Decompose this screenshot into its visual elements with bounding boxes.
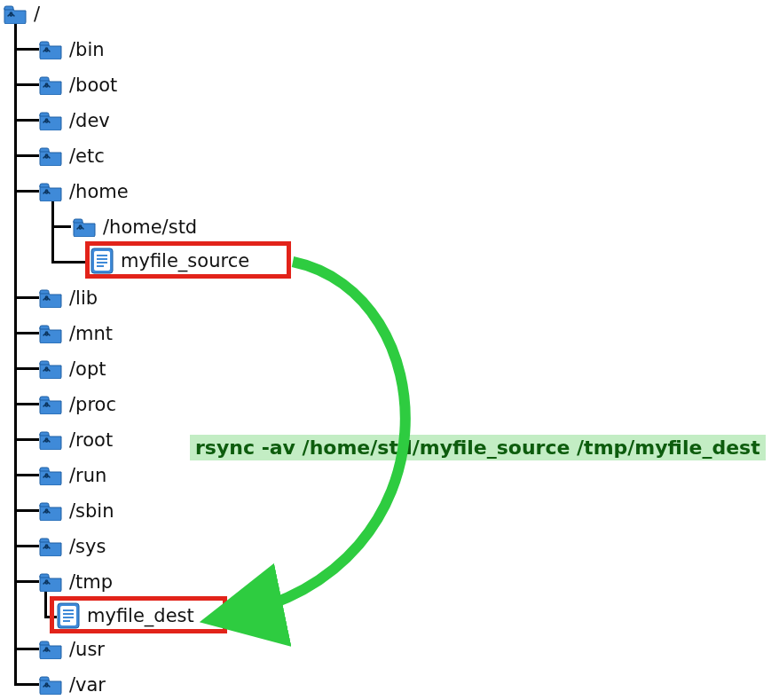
- tree-line: [14, 683, 39, 686]
- tree-node-home: /home: [39, 177, 129, 206]
- node-label: /home/std: [103, 216, 197, 238]
- node-label: /run: [69, 465, 106, 486]
- folder-icon: [39, 146, 62, 166]
- folder-icon: [39, 359, 62, 379]
- folder-icon: [39, 466, 62, 485]
- node-label: /bin: [69, 39, 105, 60]
- tree-line: [14, 580, 39, 583]
- file-icon: [57, 602, 80, 629]
- node-label: /var: [69, 674, 106, 696]
- node-label: /: [34, 4, 40, 25]
- tree-node-usr: /usr: [39, 635, 105, 664]
- folder-icon: [39, 572, 62, 592]
- diagram-canvas: { "tree": { "root": "/", "bin": "/bin", …: [0, 0, 779, 700]
- rsync-command: rsync -av /home/std/myfile_source /tmp/m…: [190, 435, 766, 460]
- folder-icon: [39, 675, 62, 695]
- node-label: /sys: [69, 536, 106, 557]
- tree-line: [14, 403, 39, 405]
- tree-line: [51, 261, 87, 263]
- folder-icon: [39, 430, 62, 450]
- tree-node-etc: /etc: [39, 142, 105, 170]
- tree-line: [14, 545, 39, 547]
- tree-node-myfile-dest: myfile_dest: [57, 602, 194, 630]
- tree-node-run: /run: [39, 461, 106, 490]
- node-label: /tmp: [69, 571, 113, 593]
- node-label: /home: [69, 181, 129, 202]
- tree-line: [14, 296, 39, 299]
- tree-line: [14, 648, 39, 650]
- tree-node-var: /var: [39, 671, 106, 699]
- svg-rect-7: [60, 606, 76, 625]
- folder-icon: [39, 40, 62, 59]
- folder-icon: [39, 537, 62, 556]
- tree-line: [44, 616, 57, 618]
- tree-line: [14, 154, 39, 157]
- folder-icon: [39, 182, 62, 201]
- transfer-arrow: [0, 0, 779, 700]
- folder-icon: [39, 288, 62, 308]
- node-label: /boot: [69, 75, 117, 96]
- folder-icon: [39, 324, 62, 343]
- tree-line: [14, 48, 39, 51]
- node-label: /opt: [69, 358, 106, 380]
- folder-icon: [73, 217, 96, 237]
- node-label: /sbin: [69, 500, 114, 522]
- node-label: /proc: [69, 394, 116, 415]
- node-label: /dev: [69, 110, 110, 131]
- tree-node-root: /: [4, 0, 40, 28]
- folder-icon: [39, 501, 62, 521]
- tree-line: [14, 190, 39, 193]
- tree-node-home-std: /home/std: [73, 213, 197, 241]
- node-label: /etc: [69, 146, 105, 167]
- tree-node-myfile-source: myfile_source: [90, 247, 249, 275]
- tree-line: [14, 83, 39, 86]
- tree-node-root: /root: [39, 426, 113, 454]
- tree-line: [14, 438, 39, 441]
- node-label: /lib: [69, 287, 98, 309]
- tree-node-dev: /dev: [39, 106, 110, 135]
- tree-line: [14, 14, 17, 685]
- tree-line: [14, 332, 39, 334]
- tree-node-lib: /lib: [39, 284, 98, 312]
- folder-icon: [39, 640, 62, 659]
- tree-line: [51, 225, 71, 228]
- node-label: myfile_source: [121, 250, 249, 271]
- tree-line: [14, 509, 39, 512]
- folder-icon: [39, 111, 62, 130]
- node-label: myfile_dest: [87, 605, 194, 626]
- folder-icon: [39, 75, 62, 95]
- svg-rect-1: [94, 251, 110, 271]
- node-label: /usr: [69, 639, 105, 660]
- tree-node-opt: /opt: [39, 355, 106, 383]
- file-icon: [90, 248, 114, 274]
- command-text: rsync -av /home/std/myfile_source /tmp/m…: [195, 437, 760, 459]
- tree-node-tmp: /tmp: [39, 568, 113, 596]
- tree-node-sbin: /sbin: [39, 497, 114, 525]
- tree-line: [14, 474, 39, 476]
- tree-line: [14, 119, 39, 122]
- node-label: /mnt: [69, 323, 113, 344]
- tree-line: [14, 367, 39, 370]
- tree-node-boot: /boot: [39, 71, 117, 99]
- node-label: /root: [69, 429, 113, 451]
- tree-node-mnt: /mnt: [39, 319, 113, 348]
- folder-icon: [4, 4, 27, 24]
- tree-node-sys: /sys: [39, 532, 106, 561]
- tree-node-bin: /bin: [39, 35, 105, 64]
- folder-icon: [39, 395, 62, 414]
- tree-node-proc: /proc: [39, 390, 116, 419]
